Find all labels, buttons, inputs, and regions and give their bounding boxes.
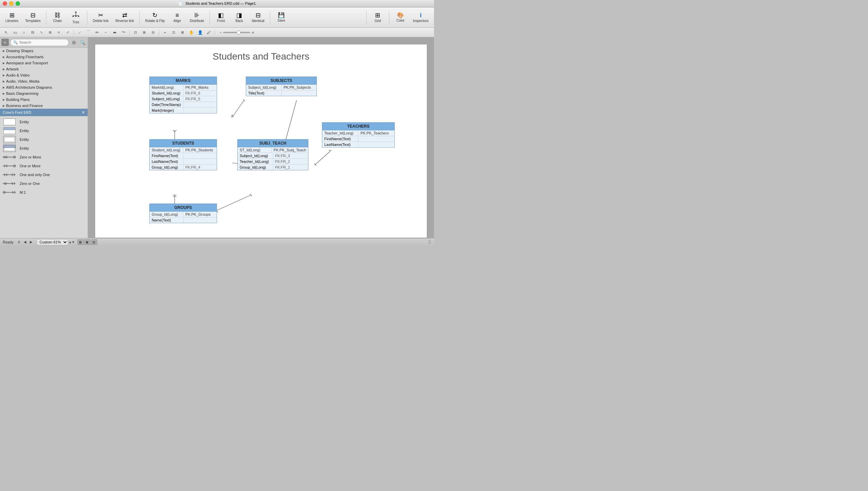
next-page-button[interactable]: ▶	[28, 239, 34, 245]
marks-table[interactable]: MARKS MarkId(Long) PK:PK_Marks Student_I…	[149, 77, 217, 113]
edit-tool[interactable]: ✏	[93, 29, 101, 36]
curve-tool[interactable]: ⌒	[84, 29, 92, 36]
entity-dbl-shape	[3, 136, 16, 143]
connector-tool2[interactable]: ⬌	[111, 29, 119, 36]
sidebar-item-accounting[interactable]: ▶ Accounting Flowcharts	[0, 54, 88, 60]
identical-button[interactable]: ⊟ Identical	[249, 11, 267, 24]
bend-tool[interactable]: ⌐	[102, 29, 110, 36]
table-cell: Date(TimeStamp)	[150, 102, 183, 107]
align-button[interactable]: ≡ Align	[169, 11, 186, 24]
templates-button[interactable]: ⊟ Templates	[22, 11, 43, 24]
wave-tool[interactable]: 〜	[120, 29, 128, 36]
list-item[interactable]: Entity	[0, 135, 88, 144]
front-button[interactable]: ◧ Front	[213, 11, 230, 24]
view-btn-1[interactable]: ▦	[78, 239, 84, 245]
table-tool[interactable]: ⊟	[28, 29, 37, 36]
subjects-table[interactable]: SUBJECTS Subject_Id(Long) PK:PK_Subjects…	[246, 77, 317, 96]
oval-tool[interactable]: ○	[20, 29, 28, 36]
delete-link-icon: ✂	[98, 12, 103, 18]
pen-tool[interactable]: 🖊	[205, 29, 213, 36]
libraries-button[interactable]: ⊞ Libraries	[3, 11, 21, 24]
subj-teach-table-header: SUBJ_TEACH	[238, 140, 308, 147]
teachers-table[interactable]: TEACHERS Teacher_Id(Long) PK:PK_Teachers…	[322, 122, 395, 148]
search-button[interactable]: 🔍	[79, 39, 86, 46]
sidebar-item-artwork[interactable]: ▶ Artwork	[0, 66, 88, 72]
sidebar-item-basic[interactable]: ▶ Basic Diagramming	[0, 90, 88, 97]
list-item[interactable]: M:1	[0, 188, 88, 197]
flip-tool[interactable]: ⊟	[149, 29, 157, 36]
table-row: Name(Text)	[150, 217, 217, 223]
sidebar-active-library[interactable]: Crow's Foot ERD ✕	[0, 109, 88, 116]
rotate-flip-button[interactable]: ↻ Rotate & Flip	[143, 11, 168, 24]
search-input[interactable]	[19, 40, 66, 44]
list-item[interactable]: Zero or More	[0, 153, 88, 162]
delete-link-button[interactable]: ✂ Delete link	[90, 11, 111, 24]
tool6[interactable]: ⊞	[46, 29, 54, 36]
zoom-minus-icon[interactable]: −	[219, 30, 222, 35]
color-icon: 🎨	[397, 13, 404, 18]
select-tool[interactable]: ↖	[2, 29, 10, 36]
chain-button[interactable]: ⛓ Chain	[49, 11, 66, 24]
zoom-select[interactable]: Custom 61% 50% 75% 100% 150%	[37, 239, 68, 245]
svg-line-39	[231, 115, 232, 117]
list-item[interactable]: Entity	[0, 118, 88, 126]
pause-button[interactable]: ⏸	[16, 239, 22, 245]
list-item[interactable]: Entity	[0, 144, 88, 153]
sidebar-item-business[interactable]: ▶ Business and Finance	[0, 103, 88, 109]
sidebar-item-drawing-shapes[interactable]: ▶ Drawing Shapes	[0, 48, 88, 54]
list-item[interactable]: Entity	[0, 126, 88, 135]
back-button[interactable]: ◨ Back	[231, 11, 248, 24]
person-tool[interactable]: 👤	[196, 29, 204, 36]
distribute-button[interactable]: ⊪ Distribute	[187, 11, 207, 24]
m1-icon	[3, 189, 16, 196]
zoom-fit-btn[interactable]: ⊡	[170, 29, 178, 36]
list-view-button[interactable]: ≡	[1, 39, 9, 46]
canvas-page[interactable]: Students and Teachers	[95, 44, 427, 238]
view-btn-3[interactable]: ▤	[91, 239, 97, 245]
groups-table[interactable]: GROUPS Group_Id(Long) PK:PK_Groups Name(…	[149, 204, 217, 223]
crop-tool[interactable]: ⊠	[140, 29, 148, 36]
sidebar-item-aerospace[interactable]: ▶ Aerospace and Transport	[0, 60, 88, 66]
subj-teach-table[interactable]: SUBJ_TEACH ST_Id(Long) PK:PK_Subj_Teach …	[237, 139, 308, 170]
zoom-control: − +	[219, 30, 254, 35]
grid-view-button[interactable]: ⊞	[70, 39, 78, 46]
zoom-out-btn[interactable]: −	[161, 29, 169, 36]
reverse-link-button[interactable]: ⇄ Reverse link	[113, 11, 137, 24]
expand-icon: ▶	[3, 49, 5, 52]
color-button[interactable]: 🎨 Color	[392, 11, 409, 24]
view-btn-2[interactable]: ▣	[84, 239, 90, 245]
tool5[interactable]: ⤡	[37, 29, 45, 36]
zoom-100-btn[interactable]: ⊠	[178, 29, 187, 36]
save-button[interactable]: 💾 Save	[273, 11, 290, 24]
table-cell: Teacher_Id(Long)	[322, 130, 359, 136]
list-item[interactable]: Zero or One	[0, 179, 88, 188]
sidebar-item-audio-video[interactable]: ▶ Audio & Video	[0, 72, 88, 78]
prev-page-button[interactable]: ◀	[22, 239, 28, 245]
table-row: Teacher_Id(Long) PK:PK_Teachers	[322, 130, 394, 136]
inspectors-button[interactable]: i Inspectors	[410, 11, 431, 24]
sidebar-item-audio-video-media[interactable]: ▶ Audio, Video, Media	[0, 78, 88, 84]
zoom-plus-icon[interactable]: +	[252, 30, 254, 35]
close-button[interactable]	[3, 1, 7, 6]
close-library-button[interactable]: ✕	[82, 110, 85, 115]
list-item[interactable]: One and only One	[0, 170, 88, 179]
tool8[interactable]: ⤢	[64, 29, 72, 36]
sidebar-item-aws[interactable]: ▶ AWS Architecture Diagrams	[0, 84, 88, 90]
minimize-button[interactable]	[9, 1, 14, 6]
tree-button[interactable]: Tree	[67, 9, 84, 25]
pan-tool[interactable]: ✋	[187, 29, 195, 36]
zoom-slider[interactable]	[223, 32, 250, 33]
sidebar-item-building[interactable]: ▶ Building Plans	[0, 97, 88, 103]
save-icon: 💾	[278, 13, 285, 18]
table-row: Subject_Id(Long) FK:FR_5	[150, 96, 217, 102]
students-table[interactable]: STUDENTS Student_Id(Long) PK:PK_Students…	[149, 139, 217, 170]
transform-tool[interactable]: ⊡	[131, 29, 139, 36]
zero-or-more-icon	[3, 153, 16, 161]
maximize-button[interactable]	[16, 1, 20, 6]
rect-tool[interactable]: ▭	[11, 29, 19, 36]
grid-button[interactable]: ⊞ Grid	[369, 11, 386, 24]
table-row: Mark(Integer)	[150, 108, 217, 113]
tool7[interactable]: ≡	[55, 29, 63, 36]
line-tool[interactable]: ⟋	[75, 29, 84, 36]
list-item[interactable]: One or More	[0, 162, 88, 170]
